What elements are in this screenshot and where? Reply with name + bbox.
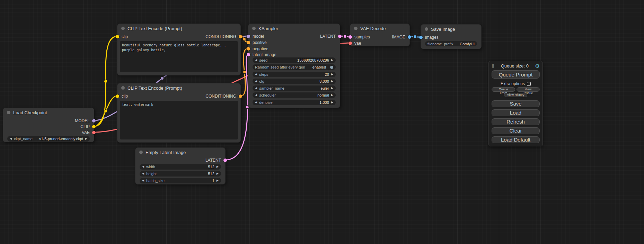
node-save-image[interactable]: Save Image images filename_prefix ComfyU… <box>421 24 482 49</box>
collapse-dot[interactable] <box>425 27 428 31</box>
image-port-icon[interactable] <box>419 36 423 39</box>
next-arrow-icon[interactable]: ▶ <box>217 179 219 182</box>
save-button[interactable]: Save <box>492 100 540 107</box>
input-slot-model[interactable]: model <box>247 34 264 39</box>
prev-arrow-icon[interactable]: ◀ <box>10 137 12 140</box>
latent-port-icon[interactable] <box>223 159 227 162</box>
next-arrow-icon[interactable]: ▶ <box>331 94 333 97</box>
node-title-bar[interactable]: CLIP Text Encode (Prompt) <box>117 24 240 33</box>
prev-arrow-icon[interactable]: ◀ <box>255 101 257 104</box>
latent-port-icon[interactable] <box>349 35 352 39</box>
input-slot-positive[interactable]: positive <box>247 40 267 45</box>
output-slot-model[interactable]: MODEL <box>75 118 96 124</box>
node-vae-decode[interactable]: VAE Decode samples vae IMAGE <box>350 24 410 46</box>
clear-button[interactable]: Clear <box>492 127 540 134</box>
widget-random-seed-toggle[interactable]: Random seed after every gen enabled <box>253 64 336 70</box>
conditioning-port-icon[interactable] <box>247 41 250 44</box>
collapse-dot[interactable] <box>121 27 125 30</box>
queue-prompt-button[interactable]: Queue Prompt <box>492 70 540 79</box>
node-clip-text-encode-positive[interactable]: CLIP Text Encode (Prompt) clip CONDITION… <box>117 24 241 75</box>
output-slot-latent[interactable]: LATENT <box>205 157 227 163</box>
output-slot-clip[interactable]: CLIP <box>80 124 96 129</box>
latent-port-icon[interactable] <box>247 53 250 56</box>
prev-arrow-icon[interactable]: ◀ <box>255 80 257 83</box>
view-queue-button[interactable]: View Queue <box>517 87 540 92</box>
output-slot-vae[interactable]: VAE <box>82 130 96 135</box>
prev-arrow-icon[interactable]: ◀ <box>255 87 257 90</box>
next-arrow-icon[interactable]: ▶ <box>331 73 333 76</box>
next-arrow-icon[interactable]: ▶ <box>331 59 333 62</box>
input-slot-vae[interactable]: vae <box>349 40 361 46</box>
widget-sampler-name[interactable]: ◀ sampler_name euler ▶ <box>253 85 336 91</box>
vae-port-icon[interactable] <box>92 131 96 134</box>
prev-arrow-icon[interactable]: ◀ <box>142 172 144 175</box>
input-slot-negative[interactable]: negative <box>247 46 268 52</box>
settings-gear-icon[interactable]: ⚙ <box>535 63 540 69</box>
next-arrow-icon[interactable]: ▶ <box>85 137 87 140</box>
clip-port-icon[interactable] <box>92 125 96 128</box>
widget-cfg[interactable]: ◀ cfg 8.000 ▶ <box>253 79 336 84</box>
widget-denoise[interactable]: ◀ denoise 1.000 ▶ <box>253 100 336 105</box>
vae-port-icon[interactable] <box>349 42 352 45</box>
output-slot-conditioning[interactable]: CONDITIONING <box>205 93 242 99</box>
latent-port-icon[interactable] <box>338 35 342 38</box>
node-graph-canvas[interactable]: Load Checkpoint MODEL CLIP VAE ◀ ckpt_na… <box>0 0 644 244</box>
model-port-icon[interactable] <box>247 35 250 38</box>
prev-arrow-icon[interactable]: ◀ <box>142 179 144 182</box>
next-arrow-icon[interactable]: ▶ <box>331 101 333 104</box>
output-slot-latent[interactable]: LATENT <box>320 34 342 39</box>
negative-prompt-textarea[interactable]: text, watermark <box>120 101 238 139</box>
prev-arrow-icon[interactable]: ◀ <box>255 73 257 76</box>
drag-handle-icon[interactable]: ⣿ <box>492 64 494 68</box>
collapse-dot[interactable] <box>121 86 125 90</box>
load-button[interactable]: Load <box>492 109 540 116</box>
next-arrow-icon[interactable]: ▶ <box>331 80 333 83</box>
widget-scheduler[interactable]: ◀ scheduler normal ▶ <box>253 92 336 98</box>
extra-options-checkbox[interactable] <box>527 82 531 86</box>
node-title-bar[interactable]: Load Checkpoint <box>3 108 94 117</box>
input-slot-samples[interactable]: samples <box>349 34 370 40</box>
conditioning-port-icon[interactable] <box>247 47 250 51</box>
prev-arrow-icon[interactable]: ◀ <box>255 94 257 97</box>
node-title-bar[interactable]: Save Image <box>421 25 481 34</box>
widget-filename-prefix[interactable]: filename_prefix ComfyUI <box>425 41 477 46</box>
clip-port-icon[interactable] <box>116 35 119 38</box>
positive-prompt-textarea[interactable]: beautiful scenery nature glass bottle la… <box>120 41 238 72</box>
next-arrow-icon[interactable]: ▶ <box>331 87 333 90</box>
model-port-icon[interactable] <box>92 119 96 123</box>
conditioning-port-icon[interactable] <box>239 35 242 38</box>
node-ksampler[interactable]: KSampler model positive negative latent_… <box>248 24 340 108</box>
clip-port-icon[interactable] <box>116 94 119 98</box>
node-title-bar[interactable]: KSampler <box>248 24 340 33</box>
widget-height[interactable]: ◀ height 512 ▶ <box>140 171 221 177</box>
collapse-dot[interactable] <box>354 27 358 30</box>
widget-ckpt-name[interactable]: ◀ ckpt_name v1-5-pruned-emaonly.ckpt ▶ <box>7 136 90 142</box>
next-arrow-icon[interactable]: ▶ <box>217 172 219 175</box>
prev-arrow-icon[interactable]: ◀ <box>142 165 144 168</box>
queue-front-button[interactable]: Queue Front <box>492 87 515 92</box>
widget-width[interactable]: ◀ width 512 ▶ <box>140 164 221 170</box>
toggle-dot-icon[interactable] <box>330 66 333 69</box>
node-title-bar[interactable]: Empty Latent Image <box>135 148 225 157</box>
input-slot-images[interactable]: images <box>419 35 439 40</box>
prev-arrow-icon[interactable]: ◀ <box>255 59 257 62</box>
output-slot-image[interactable]: IMAGE <box>392 34 411 40</box>
node-clip-text-encode-negative[interactable]: CLIP Text Encode (Prompt) clip CONDITION… <box>117 83 241 143</box>
node-load-checkpoint[interactable]: Load Checkpoint MODEL CLIP VAE ◀ ckpt_na… <box>3 108 94 142</box>
output-slot-conditioning[interactable]: CONDITIONING <box>205 34 242 39</box>
node-title-bar[interactable]: VAE Decode <box>350 24 409 33</box>
node-empty-latent-image[interactable]: Empty Latent Image LATENT ◀ width 512 ▶ … <box>135 147 226 184</box>
widget-seed[interactable]: ◀ seed 156680208700286 ▶ <box>253 57 336 63</box>
view-history-button[interactable]: View History <box>504 93 528 97</box>
widget-steps[interactable]: ◀ steps 20 ▶ <box>253 72 336 77</box>
widget-batch-size[interactable]: ◀ batch_size 1 ▶ <box>140 178 221 183</box>
node-title-bar[interactable]: CLIP Text Encode (Prompt) <box>117 83 240 92</box>
input-slot-clip[interactable]: clip <box>116 34 128 39</box>
load-default-button[interactable]: Load Default <box>492 136 540 143</box>
conditioning-port-icon[interactable] <box>239 94 242 98</box>
refresh-button[interactable]: Refresh <box>492 118 540 125</box>
collapse-dot[interactable] <box>7 111 10 114</box>
input-slot-latent-image[interactable]: latent_image <box>247 52 276 57</box>
image-port-icon[interactable] <box>408 35 411 39</box>
input-slot-clip[interactable]: clip <box>116 93 128 99</box>
